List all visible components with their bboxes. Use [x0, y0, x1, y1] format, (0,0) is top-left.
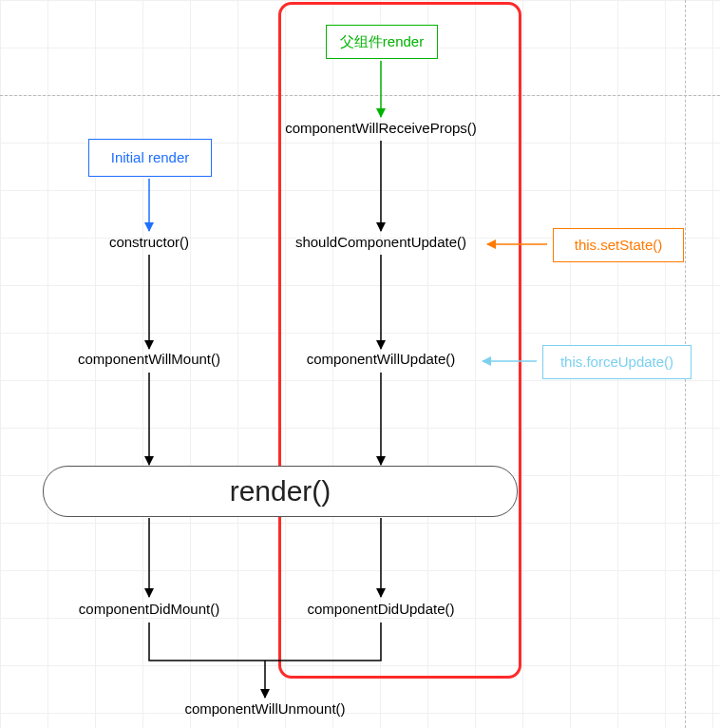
cwm-label: componentWillMount(): [78, 351, 220, 367]
should-component-update-node: shouldComponentUpdate(): [281, 234, 481, 250]
constructor-label: constructor(): [109, 234, 189, 250]
cwun-label: componentWillUnmount(): [184, 700, 345, 717]
cwu-label: componentWillUpdate(): [307, 351, 456, 367]
this-force-update-box: this.forceUpdate(): [542, 345, 692, 379]
update-lifecycle-highlight: [278, 2, 521, 679]
component-will-update-node: componentWillUpdate(): [281, 351, 481, 367]
this-force-update-label: this.forceUpdate(): [560, 354, 673, 370]
cdu-label: componentDidUpdate(): [307, 601, 454, 617]
diagram-canvas: 父组件render Initial render constructor() c…: [0, 0, 720, 728]
component-will-mount-node: componentWillMount(): [62, 351, 237, 367]
parent-render-box: 父组件render: [326, 25, 438, 59]
render-label: render(): [230, 475, 332, 507]
component-did-mount-node: componentDidMount(): [64, 601, 235, 617]
scu-label: shouldComponentUpdate(): [295, 234, 466, 250]
cwrp-label: componentWillReceiveProps(): [285, 120, 477, 136]
component-will-unmount-node: componentWillUnmount(): [170, 700, 360, 717]
initial-render-label: Initial render: [111, 149, 190, 165]
this-set-state-label: this.setState(): [575, 237, 663, 253]
render-node: render(): [43, 466, 518, 517]
this-set-state-box: this.setState(): [553, 228, 684, 262]
component-will-receive-props-node: componentWillReceiveProps(): [281, 120, 481, 136]
initial-render-box: Initial render: [88, 139, 212, 177]
parent-render-label: 父组件render: [340, 33, 424, 49]
component-did-update-node: componentDidUpdate(): [281, 601, 481, 617]
cdm-label: componentDidMount(): [79, 601, 219, 617]
constructor-node: constructor(): [92, 234, 206, 250]
